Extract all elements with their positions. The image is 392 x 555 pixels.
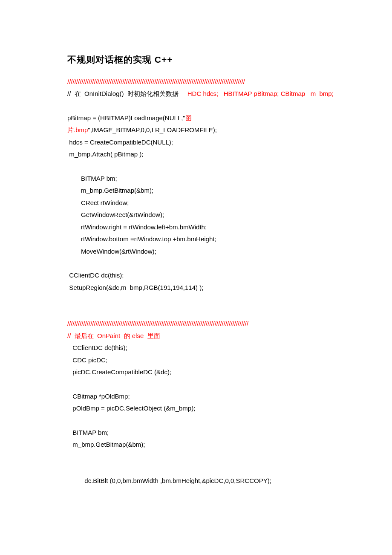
blank-line [67,463,325,475]
blank-line [67,415,325,427]
code-line: BITMAP bm; [67,173,325,185]
blank-line [67,306,325,318]
code-line: pBitmap = (HBITMAP)LoadImage(NULL,"图 [67,112,325,124]
code-line: // 最后在 OnPaint 的 else 里面 [67,330,325,342]
code-text-highlight: 最后在 OnPaint 的 else 里面 [75,332,160,339]
code-text: // 在 OnInitDialog() 时初始化相关数据 [67,90,187,97]
code-line: CDC picDC; [67,354,325,367]
separator-line: ////////////////////////////////////////… [67,76,325,88]
code-line: hdcs = CreateCompatibleDC(NULL); [67,136,325,149]
code-line: pOldBmp = picDC.SelectObject (&m_bmp); [67,402,325,415]
code-line: // 在 OnInitDialog() 时初始化相关数据 HDC hdcs; H… [67,88,325,100]
document-page: 不规则对话框的实现 C++ //////////////////////////… [0,0,392,512]
separator-line: ////////////////////////////////////////… [67,318,325,330]
code-line: BITMAP bm; [67,427,325,439]
code-line: CClientDC dc(this); [67,342,325,354]
code-text-highlight: 片.bmp [67,126,88,133]
code-text: pBitmap = (HBITMAP)LoadImage(NULL," [67,114,185,121]
code-text: // [67,332,75,339]
blank-line [67,379,325,390]
code-line: m_bmp.Attach( pBitmap ); [67,148,325,161]
code-text-highlight: 图 [185,114,192,121]
code-line: CBitmap *pOldBmp; [67,390,325,403]
blank-line [67,257,325,269]
code-line: CRect rtWindow; [67,197,325,209]
code-line: picDC.CreateCompatibleDC (&dc); [67,366,325,379]
code-line: SetupRegion(&dc,m_bmp,RGB(191,194,114) )… [67,282,325,294]
code-line: m_bmp.GetBitmap(&bm); [67,439,325,451]
code-line: MoveWindow(&rtWindow); [67,246,325,258]
code-line: CClientDC dc(this); [67,269,325,282]
code-line: m_bmp.GetBitmap(&bm); [67,185,325,197]
blank-line [67,161,325,173]
code-text-highlight: HDC hdcs; HBITMAP pBitmap; CBitmap m_bmp… [187,90,334,97]
code-line: 片.bmp",IMAGE_BITMAP,0,0,LR_LOADFROMFILE)… [67,124,325,136]
code-text: ",IMAGE_BITMAP,0,0,LR_LOADFROMFILE); [88,126,217,133]
page-title: 不规则对话框的实现 C++ [67,51,325,68]
code-line: GetWindowRect(&rtWindow); [67,209,325,221]
blank-line [67,294,325,306]
blank-line [67,100,325,112]
code-line: rtWindow.right = rtWindow.left+bm.bmWidt… [67,221,325,234]
code-line: rtWindow.bottom =rtWindow.top +bm.bmHeig… [67,233,325,246]
code-line: dc.BitBlt (0,0,bm.bmWidth ,bm.bmHeight,&… [67,475,325,487]
blank-line [67,451,325,463]
